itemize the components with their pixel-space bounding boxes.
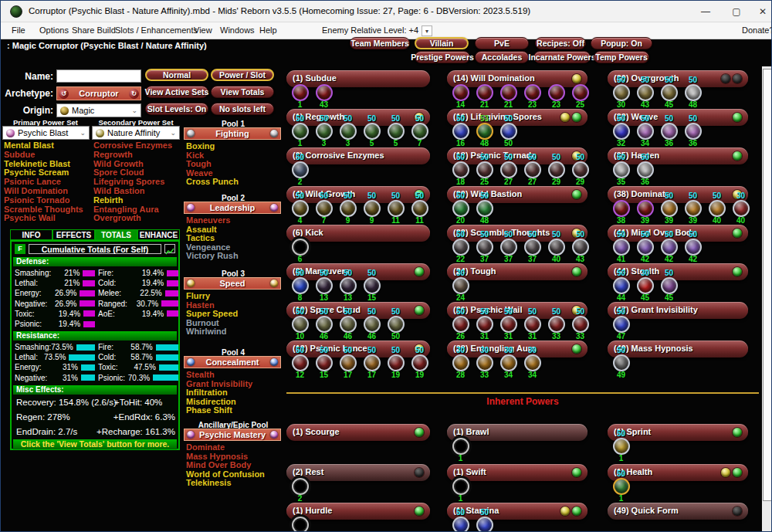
enhancement-slot[interactable]: 5017 (360, 347, 384, 379)
enhancement-slot[interactable]: 5037 (496, 231, 520, 263)
enhancement-slot[interactable]: 6 (288, 231, 312, 263)
enhancement-slot[interactable]: 5039 (681, 192, 705, 225)
pool-icon[interactable] (270, 280, 278, 287)
enhancement-slot[interactable]: 5042 (657, 231, 681, 263)
enhancement-icon[interactable] (709, 200, 726, 217)
enhancement-slot[interactable]: 3024 (449, 269, 472, 302)
enhancement-slot[interactable]: 5042 (681, 231, 705, 263)
close-button[interactable]: ✕ (751, 1, 772, 22)
enhancement-slot[interactable]: 503 (312, 115, 336, 147)
enhancement-icon[interactable] (661, 200, 678, 217)
enhancement-slot[interactable]: 5050 (496, 115, 520, 147)
enhancement-icon[interactable] (292, 517, 309, 532)
enhancement-icon[interactable] (572, 239, 589, 256)
top-button-popup-on[interactable]: Popup: On (591, 37, 652, 49)
enhancement-slot[interactable]: 5046 (312, 308, 336, 341)
maximize-button[interactable]: ▢ (725, 1, 748, 22)
top-button-accolades[interactable]: Accolades (475, 51, 529, 63)
power-list-item[interactable]: Dominate (186, 443, 283, 452)
enhancement-icon[interactable] (316, 200, 333, 217)
enhancement-slot[interactable]: 5013 (312, 269, 336, 302)
power-list-item[interactable]: Overgrowth (93, 214, 172, 223)
pool-selector-fighting[interactable]: Fighting (184, 127, 281, 140)
enhancement-slot[interactable]: 5032 (609, 115, 633, 147)
enhancement-icon[interactable] (340, 123, 357, 140)
enhancement-slot[interactable]: 507 (408, 115, 432, 147)
top-button-team-members[interactable]: Team Members (350, 37, 410, 49)
enhancement-icon[interactable] (292, 161, 309, 178)
enhancement-slot[interactable]: 3034 (496, 347, 520, 379)
enhancement-icon[interactable] (500, 84, 517, 101)
tab-info[interactable]: INFO (10, 229, 52, 240)
enhancement-slot[interactable]: 501 (449, 509, 472, 532)
enemy-level-dropdown-icon[interactable]: ▾ (422, 25, 432, 36)
enhancement-slot[interactable]: 5031 (496, 308, 520, 341)
enhancement-slot[interactable]: 5039 (657, 192, 681, 225)
enhancement-icon[interactable] (572, 316, 589, 333)
power-list-item[interactable]: Stealth (186, 371, 283, 380)
enhancement-icon[interactable] (661, 123, 678, 140)
enhancement-slot[interactable]: 21 (472, 76, 496, 109)
enhancement-slot[interactable]: 5019 (408, 347, 432, 379)
power-list-item[interactable]: Whirlwind (186, 327, 283, 337)
enhancement-slot[interactable]: 5045 (657, 269, 681, 302)
enhancement-slot[interactable]: 5018 (449, 154, 472, 186)
enhancement-icon[interactable] (524, 84, 541, 101)
enhancement-icon[interactable] (364, 354, 381, 371)
power-list-item[interactable]: Wild Bastion (93, 187, 172, 196)
enhancement-icon[interactable] (613, 277, 630, 294)
enhancement-icon[interactable] (524, 316, 541, 333)
enhancement-slot[interactable]: 5013 (336, 269, 360, 302)
menu-item-windows[interactable]: Windows (220, 25, 255, 35)
enhancement-slot[interactable]: 5033 (544, 308, 568, 341)
pool-icon[interactable] (187, 358, 195, 366)
pool-selector-concealment[interactable]: Concealment (184, 356, 281, 368)
enhancement-icon[interactable] (661, 277, 678, 294)
power-list-item[interactable]: Victory Rush (186, 252, 283, 261)
enhancement-icon[interactable] (316, 354, 333, 371)
enhancement-slot[interactable]: 5042 (633, 231, 657, 263)
top-button-prestige-powers[interactable]: Prestige Powers (415, 51, 470, 63)
enhancement-slot[interactable]: 5041 (609, 231, 633, 263)
enhancement-icon[interactable] (452, 123, 469, 140)
f-button[interactable]: F (15, 244, 25, 254)
enhancement-slot[interactable]: 5050 (384, 308, 408, 341)
enhancement-slot[interactable]: 3034 (520, 347, 544, 379)
enhancement-slot[interactable]: 5049 (609, 347, 633, 379)
enhancement-slot[interactable]: 5029 (568, 154, 592, 186)
secondary-powerset-dropdown[interactable]: Nature Affinity ⌄ (92, 126, 180, 140)
enhancement-slot[interactable]: 509 (360, 192, 384, 225)
enhancement-slot[interactable]: 5046 (336, 308, 360, 341)
enhancement-slot[interactable]: 507 (312, 192, 336, 225)
enhancement-slot[interactable]: 5017 (336, 347, 360, 379)
enhancement-icon[interactable] (548, 84, 565, 101)
enhancement-slot[interactable]: 5036 (681, 115, 705, 147)
enhancement-icon[interactable] (524, 161, 541, 178)
enhancement-slot[interactable]: 5035 (609, 154, 633, 186)
enhancement-icon[interactable] (476, 354, 493, 371)
enhancement-icon[interactable] (340, 316, 357, 333)
enhancement-icon[interactable] (292, 123, 309, 140)
slot-levels-on-button[interactable]: Slot Levels: On (145, 103, 208, 115)
view-totals-button[interactable]: View Totals (211, 86, 274, 98)
enhancement-icon[interactable] (364, 277, 381, 294)
enhancement-slot[interactable]: 5043 (633, 76, 657, 109)
enhancement-icon[interactable] (452, 239, 469, 256)
enhancement-slot[interactable]: 501 (609, 470, 633, 503)
enhancement-icon[interactable] (524, 239, 541, 256)
enhancement-slot[interactable]: 1 (288, 76, 312, 109)
no-slots-left-button[interactable]: No slots left (211, 103, 274, 115)
enhancement-icon[interactable] (613, 161, 630, 178)
tab-enhance[interactable]: ENHANCE (137, 229, 180, 240)
enhancement-slot[interactable]: 5026 (449, 308, 472, 341)
origin-dropdown[interactable]: Magic ⌄ (56, 103, 141, 117)
power-list-item[interactable]: Rebirth (93, 196, 172, 205)
enhancement-icon[interactable] (685, 200, 702, 217)
pool-icon[interactable] (187, 204, 195, 212)
name-input[interactable] (56, 69, 141, 83)
power-list-item[interactable]: Flurry (186, 292, 283, 301)
power-slot-button[interactable]: Power / Slot (211, 69, 274, 81)
enhancement-slot[interactable]: 501 (609, 430, 633, 463)
enhancement-icon[interactable] (500, 239, 517, 256)
enhancement-icon[interactable] (452, 161, 469, 178)
